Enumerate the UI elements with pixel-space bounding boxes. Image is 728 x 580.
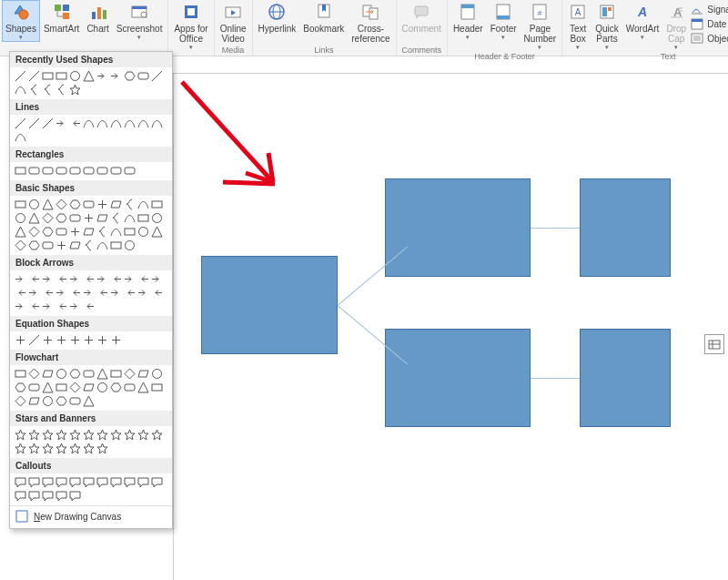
shape-thumb[interactable] bbox=[14, 198, 26, 210]
shape-thumb[interactable] bbox=[123, 211, 136, 224]
shape-thumb[interactable] bbox=[14, 286, 26, 299]
shape-thumb[interactable] bbox=[109, 272, 122, 285]
shape-thumb[interactable] bbox=[14, 69, 26, 82]
shape-thumb[interactable] bbox=[41, 286, 54, 299]
shape-thumb[interactable] bbox=[109, 69, 122, 82]
shape-thumb[interactable] bbox=[96, 428, 108, 441]
shape-thumb[interactable] bbox=[150, 367, 163, 380]
shape-thumb[interactable] bbox=[82, 69, 95, 82]
shape-thumb[interactable] bbox=[68, 442, 81, 454]
shape-thumb[interactable] bbox=[27, 239, 40, 251]
shape-thumb[interactable] bbox=[41, 489, 54, 502]
shape-thumb[interactable] bbox=[55, 442, 67, 454]
shape-thumb[interactable] bbox=[150, 69, 163, 82]
shape-thumb[interactable] bbox=[109, 333, 122, 346]
header-button[interactable]: Header ▾ bbox=[450, 0, 487, 41]
shape-thumb[interactable] bbox=[14, 489, 26, 502]
connector[interactable] bbox=[531, 228, 580, 229]
shape-thumb[interactable] bbox=[82, 300, 95, 312]
shape-thumb[interactable] bbox=[96, 381, 108, 393]
shape-thumb[interactable] bbox=[109, 225, 122, 238]
shape-thumb[interactable] bbox=[123, 225, 136, 238]
new-drawing-canvas-button[interactable]: New Drawing Canvas bbox=[10, 505, 172, 526]
shape-thumb[interactable] bbox=[27, 272, 40, 285]
apps-for-office-button[interactable]: Apps for Office ▾ bbox=[170, 0, 211, 51]
shape-thumb[interactable] bbox=[82, 117, 95, 129]
diagram-rect-root[interactable] bbox=[201, 256, 338, 354]
shape-thumb[interactable] bbox=[55, 475, 67, 488]
shape-thumb[interactable] bbox=[27, 198, 40, 210]
layout-options-button[interactable] bbox=[704, 334, 724, 354]
shape-thumb[interactable] bbox=[109, 239, 122, 251]
shape-thumb[interactable] bbox=[27, 211, 40, 224]
shape-thumb[interactable] bbox=[96, 164, 108, 177]
shape-thumb[interactable] bbox=[82, 225, 95, 238]
shape-thumb[interactable] bbox=[55, 198, 67, 210]
shape-thumb[interactable] bbox=[136, 428, 149, 441]
shape-thumb[interactable] bbox=[82, 164, 95, 177]
shape-thumb[interactable] bbox=[27, 117, 40, 129]
shape-thumb[interactable] bbox=[96, 198, 108, 210]
shape-thumb[interactable] bbox=[82, 475, 95, 488]
shape-thumb[interactable] bbox=[82, 272, 95, 285]
shape-thumb[interactable] bbox=[109, 198, 122, 210]
shape-thumb[interactable] bbox=[96, 367, 108, 380]
shape-thumb[interactable] bbox=[123, 428, 136, 441]
shape-thumb[interactable] bbox=[68, 69, 81, 82]
connector[interactable] bbox=[531, 378, 580, 379]
shape-thumb[interactable] bbox=[109, 286, 122, 299]
shape-thumb[interactable] bbox=[41, 164, 54, 177]
date-time-button[interactable]: Date & Time bbox=[690, 16, 728, 31]
shape-thumb[interactable] bbox=[55, 286, 67, 299]
shape-thumb[interactable] bbox=[109, 475, 122, 488]
shape-thumb[interactable] bbox=[82, 239, 95, 251]
shape-thumb[interactable] bbox=[14, 367, 26, 380]
shape-thumb[interactable] bbox=[14, 225, 26, 238]
shape-thumb[interactable] bbox=[27, 442, 40, 454]
shape-thumb[interactable] bbox=[27, 489, 40, 502]
shape-thumb[interactable] bbox=[55, 239, 67, 251]
shape-thumb[interactable] bbox=[150, 198, 163, 210]
chart-button[interactable]: Chart bbox=[83, 0, 112, 34]
document-canvas[interactable] bbox=[173, 73, 728, 580]
shape-thumb[interactable] bbox=[41, 272, 54, 285]
shape-thumb[interactable] bbox=[82, 442, 95, 454]
shape-thumb[interactable] bbox=[68, 394, 81, 407]
shape-thumb[interactable] bbox=[150, 381, 163, 393]
shape-thumb[interactable] bbox=[68, 117, 81, 129]
shape-thumb[interactable] bbox=[55, 489, 67, 502]
shape-thumb[interactable] bbox=[55, 333, 67, 346]
wordart-button[interactable]: A WordArt ▾ bbox=[622, 0, 663, 41]
shape-thumb[interactable] bbox=[68, 272, 81, 285]
shape-thumb[interactable] bbox=[96, 225, 108, 238]
shape-thumb[interactable] bbox=[41, 225, 54, 238]
shape-thumb[interactable] bbox=[27, 475, 40, 488]
shapes-button[interactable]: Shapes ▾ bbox=[2, 0, 40, 42]
shape-thumb[interactable] bbox=[27, 367, 40, 380]
shape-thumb[interactable] bbox=[41, 442, 54, 454]
shape-thumb[interactable] bbox=[27, 164, 40, 177]
shape-thumb[interactable] bbox=[109, 367, 122, 380]
shape-thumb[interactable] bbox=[55, 69, 67, 82]
shape-thumb[interactable] bbox=[68, 83, 81, 96]
shape-thumb[interactable] bbox=[68, 239, 81, 251]
shape-thumb[interactable] bbox=[123, 69, 136, 82]
shape-thumb[interactable] bbox=[82, 286, 95, 299]
shape-thumb[interactable] bbox=[96, 333, 108, 346]
shape-thumb[interactable] bbox=[14, 394, 26, 407]
shape-thumb[interactable] bbox=[14, 117, 26, 129]
shape-thumb[interactable] bbox=[150, 428, 163, 441]
shape-thumb[interactable] bbox=[136, 381, 149, 393]
shape-thumb[interactable] bbox=[68, 475, 81, 488]
hyperlink-button[interactable]: Hyperlink bbox=[255, 0, 300, 34]
shape-thumb[interactable] bbox=[55, 83, 67, 96]
shape-thumb[interactable] bbox=[27, 286, 40, 299]
shape-thumb[interactable] bbox=[96, 211, 108, 224]
shape-thumb[interactable] bbox=[109, 164, 122, 177]
screenshot-button[interactable]: Screenshot ▾ bbox=[113, 0, 167, 41]
shape-thumb[interactable] bbox=[96, 286, 108, 299]
shape-thumb[interactable] bbox=[109, 428, 122, 441]
shape-thumb[interactable] bbox=[14, 300, 26, 312]
shape-thumb[interactable] bbox=[14, 272, 26, 285]
shape-thumb[interactable] bbox=[150, 286, 163, 299]
